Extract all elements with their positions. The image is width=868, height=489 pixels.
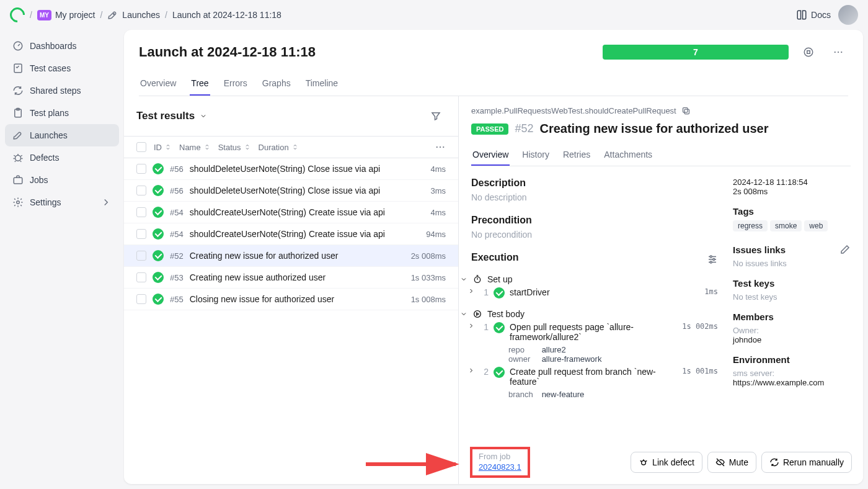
- nav-launches[interactable]: Launches: [5, 124, 119, 146]
- members-value: johndoe: [733, 335, 851, 344]
- docs-link[interactable]: Docs: [796, 9, 831, 20]
- tab-overview[interactable]: Overview: [139, 72, 177, 96]
- tag[interactable]: smoke: [770, 220, 802, 231]
- tab-errors[interactable]: Errors: [223, 72, 249, 96]
- col-status[interactable]: Status: [218, 143, 251, 152]
- body-group[interactable]: Test body: [460, 309, 718, 319]
- row-name: Creating new issue authorized user: [190, 272, 405, 282]
- nav-test-cases[interactable]: Test cases: [5, 57, 119, 79]
- sidebar: Dashboards Test cases Shared steps Test …: [0, 30, 124, 489]
- detail-tab-attachments[interactable]: Attachments: [603, 145, 653, 166]
- setup-group[interactable]: Set up: [460, 274, 718, 284]
- chevron-down-icon[interactable]: [200, 112, 207, 120]
- nav-shared-steps[interactable]: Shared steps: [5, 79, 119, 102]
- briefcase-icon: [12, 174, 24, 186]
- svg-point-14: [440, 146, 441, 148]
- test-duration: 2s 008ms: [733, 187, 851, 196]
- pass-icon: [494, 322, 505, 333]
- svg-rect-16: [684, 109, 689, 114]
- chevron-right-icon: [100, 197, 112, 208]
- edit-icon[interactable]: [839, 244, 851, 255]
- row-checkbox[interactable]: [136, 251, 146, 261]
- step-duration: 1ms: [704, 287, 718, 296]
- progress-bar[interactable]: 7: [603, 45, 789, 60]
- result-row[interactable]: #54shouldCreateUserNote(String) Create i…: [124, 202, 458, 223]
- svg-point-15: [443, 146, 444, 148]
- row-checkbox[interactable]: [136, 229, 146, 239]
- from-job-link[interactable]: 20240823.1: [479, 462, 521, 472]
- copy-icon[interactable]: [681, 106, 691, 115]
- row-checkbox[interactable]: [136, 164, 146, 174]
- row-checkbox[interactable]: [136, 207, 146, 217]
- col-id[interactable]: ID: [154, 143, 172, 152]
- svg-rect-17: [683, 108, 688, 113]
- launch-tabs: OverviewTreeErrorsGraphsTimeline: [139, 72, 848, 96]
- step[interactable]: 1startDriver1ms: [467, 284, 718, 302]
- bug-icon: [12, 152, 24, 163]
- step[interactable]: 2Create pull request from branch `new-fe…: [467, 364, 718, 390]
- breadcrumb-sep: /: [165, 10, 167, 20]
- more-button[interactable]: [828, 42, 848, 62]
- select-all-checkbox[interactable]: [136, 142, 146, 152]
- col-name[interactable]: Name: [179, 143, 211, 152]
- row-checkbox[interactable]: [136, 294, 146, 304]
- rocket-icon: [12, 130, 24, 141]
- result-row[interactable]: #53Creating new issue authorized user1s …: [124, 267, 458, 289]
- nav-jobs[interactable]: Jobs: [5, 169, 119, 191]
- breadcrumb-project[interactable]: MY My project: [37, 10, 95, 20]
- svg-point-0: [113, 14, 115, 15]
- app-logo[interactable]: [7, 4, 28, 25]
- nav-defects[interactable]: Defects: [5, 146, 119, 169]
- nav-test-plans[interactable]: Test plans: [5, 102, 119, 124]
- step[interactable]: 1Open pull requests page `allure-framewo…: [467, 319, 718, 345]
- tab-graphs[interactable]: Graphs: [261, 72, 292, 96]
- status-badge: PASSED: [471, 123, 508, 135]
- settings-icon[interactable]: [707, 254, 718, 265]
- nav-dashboards[interactable]: Dashboards: [5, 35, 119, 57]
- nav-settings[interactable]: Settings: [5, 191, 119, 213]
- rerun-button[interactable]: Rerun manually: [761, 452, 852, 473]
- tag[interactable]: web: [804, 220, 828, 231]
- svg-point-18: [710, 256, 712, 258]
- result-row[interactable]: #56shouldDeleteUserNote(String) Close is…: [124, 158, 458, 180]
- result-row[interactable]: #52Creating new issue for authorized use…: [124, 245, 458, 267]
- breadcrumb-current: Launch at 2024-12-18 11:18: [172, 10, 281, 20]
- result-row[interactable]: #54shouldCreateUserNote(String) Create i…: [124, 223, 458, 245]
- tag[interactable]: regress: [733, 220, 768, 231]
- clipboard-icon: [12, 107, 24, 119]
- row-duration: 1s 033ms: [411, 273, 446, 282]
- row-id: #54: [170, 230, 184, 239]
- row-checkbox[interactable]: [136, 186, 146, 195]
- result-row[interactable]: #55Closing new issue for authorized user…: [124, 289, 458, 310]
- dots-icon[interactable]: [435, 141, 446, 153]
- row-checkbox[interactable]: [136, 272, 146, 282]
- link-defect-button[interactable]: Link defect: [631, 452, 702, 473]
- refresh-icon: [12, 85, 24, 96]
- row-id: #56: [170, 186, 184, 195]
- chevron-down-icon: [460, 276, 467, 283]
- pass-icon: [153, 272, 164, 283]
- user-avatar[interactable]: [838, 5, 858, 25]
- keys-title: Test keys: [733, 278, 851, 289]
- detail-tab-history[interactable]: History: [521, 145, 551, 166]
- tab-tree[interactable]: Tree: [190, 72, 210, 96]
- filter-button[interactable]: [426, 106, 446, 126]
- breadcrumb-section[interactable]: Launches: [107, 9, 160, 20]
- result-row[interactable]: #56shouldDeleteUserNote(String) Close is…: [124, 180, 458, 202]
- members-label: Owner:: [733, 326, 851, 335]
- stop-button[interactable]: [799, 42, 818, 62]
- detail-tab-retries[interactable]: Retries: [562, 145, 591, 166]
- sort-icon: [164, 143, 172, 151]
- row-id: #56: [170, 164, 184, 174]
- detail-tab-overview[interactable]: Overview: [471, 145, 510, 166]
- svg-point-7: [17, 201, 20, 204]
- env-value: https://www.example.com: [733, 378, 851, 387]
- mute-button[interactable]: Mute: [707, 452, 756, 473]
- svg-point-11: [838, 52, 839, 53]
- tab-timeline[interactable]: Timeline: [304, 72, 339, 96]
- chevron-down-icon: [460, 310, 467, 318]
- row-duration: 4ms: [430, 164, 446, 174]
- chevron-right-icon: [467, 367, 475, 374]
- col-duration[interactable]: Duration: [259, 143, 299, 152]
- pass-icon: [494, 367, 505, 378]
